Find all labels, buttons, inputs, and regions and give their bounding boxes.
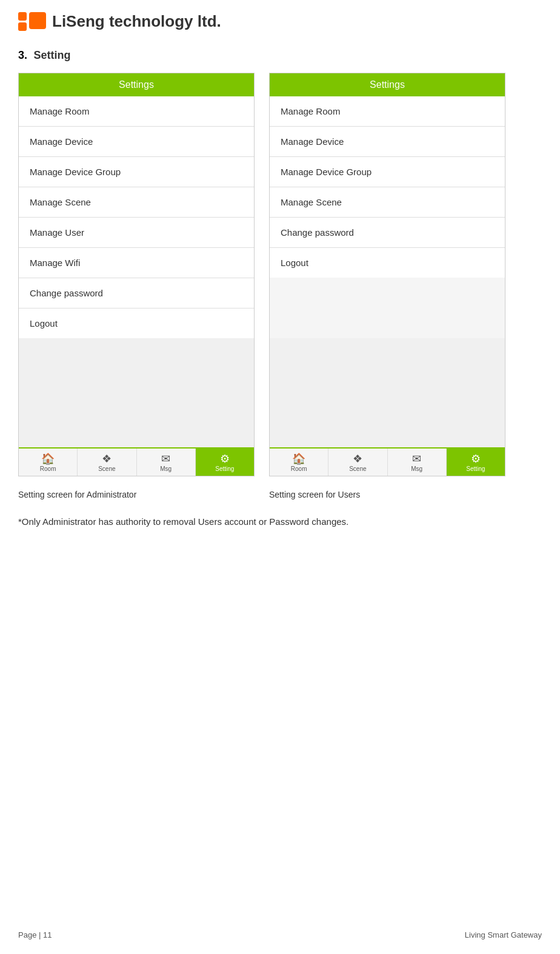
admin-filler bbox=[19, 338, 254, 447]
admin-screen-header: Settings bbox=[19, 73, 254, 96]
nav-label-setting: Setting bbox=[215, 465, 234, 472]
list-item[interactable]: Manage Room bbox=[19, 96, 254, 127]
user-filler bbox=[270, 338, 505, 447]
list-item[interactable]: Logout bbox=[19, 309, 254, 338]
msg-icon: ✉ bbox=[412, 453, 421, 464]
user-bottom-nav: 🏠 Room ❖ Scene ✉ Msg ⚙ Setting bbox=[270, 447, 505, 476]
list-item[interactable]: Manage Wifi bbox=[19, 248, 254, 278]
admin-screen: Settings Manage Room Manage Device Manag… bbox=[18, 73, 255, 476]
footer-title: Living Smart Gateway bbox=[465, 930, 542, 939]
user-menu-list: Manage Room Manage Device Manage Device … bbox=[270, 96, 505, 338]
logo-dot-2 bbox=[18, 22, 27, 31]
nav-label-msg: Msg bbox=[411, 465, 422, 472]
nav-item-scene-user[interactable]: ❖ Scene bbox=[328, 449, 387, 476]
screenshots-row: Settings Manage Room Manage Device Manag… bbox=[18, 73, 542, 476]
nav-item-setting-user[interactable]: ⚙ Setting bbox=[447, 449, 505, 476]
list-item[interactable]: Manage Scene bbox=[270, 187, 505, 218]
admin-caption: Setting screen for Administrator bbox=[18, 486, 255, 499]
list-item[interactable]: Manage Room bbox=[270, 96, 505, 127]
home-icon: 🏠 bbox=[292, 453, 305, 464]
list-item[interactable]: Manage Scene bbox=[19, 187, 254, 218]
nav-label-scene: Scene bbox=[349, 465, 366, 472]
user-caption: Setting screen for Users bbox=[269, 486, 505, 499]
list-item[interactable]: Manage Device bbox=[270, 127, 505, 157]
nav-item-msg[interactable]: ✉ Msg bbox=[137, 449, 196, 476]
setting-icon: ⚙ bbox=[471, 453, 481, 464]
logo-icon bbox=[18, 12, 46, 31]
note: *Only Administrator has authority to rem… bbox=[18, 516, 542, 527]
list-item[interactable]: Manage Device Group bbox=[19, 157, 254, 187]
footer-page: Page | 11 bbox=[18, 930, 52, 939]
scene-icon: ❖ bbox=[353, 453, 362, 464]
list-item[interactable]: Change password bbox=[19, 278, 254, 309]
captions-row: Setting screen for Administrator Setting… bbox=[18, 486, 542, 499]
admin-menu-list: Manage Room Manage Device Manage Device … bbox=[19, 96, 254, 338]
header: LiSeng technology ltd. bbox=[18, 12, 542, 31]
logo-text: LiSeng technology ltd. bbox=[52, 12, 221, 31]
nav-label-room: Room bbox=[40, 465, 56, 472]
msg-icon: ✉ bbox=[161, 453, 170, 464]
section-heading: 3. Setting bbox=[18, 49, 542, 62]
list-item[interactable]: Manage User bbox=[19, 218, 254, 248]
list-item[interactable]: Manage Device bbox=[19, 127, 254, 157]
logo-dot-large bbox=[29, 12, 46, 29]
list-item[interactable]: Change password bbox=[270, 218, 505, 248]
home-icon: 🏠 bbox=[41, 453, 55, 464]
nav-item-setting[interactable]: ⚙ Setting bbox=[196, 449, 254, 476]
nav-label-room: Room bbox=[291, 465, 307, 472]
list-item[interactable]: Logout bbox=[270, 248, 505, 278]
scene-icon: ❖ bbox=[102, 453, 112, 464]
nav-label-scene: Scene bbox=[98, 465, 115, 472]
nav-label-setting: Setting bbox=[466, 465, 485, 472]
user-screen-header: Settings bbox=[270, 73, 505, 96]
nav-label-msg: Msg bbox=[160, 465, 172, 472]
nav-item-scene[interactable]: ❖ Scene bbox=[78, 449, 136, 476]
nav-item-room[interactable]: 🏠 Room bbox=[19, 449, 78, 476]
footer: Page | 11 Living Smart Gateway bbox=[18, 930, 542, 939]
logo-dot-1 bbox=[18, 12, 27, 21]
nav-item-room-user[interactable]: 🏠 Room bbox=[270, 449, 328, 476]
setting-icon: ⚙ bbox=[220, 453, 230, 464]
nav-item-msg-user[interactable]: ✉ Msg bbox=[388, 449, 447, 476]
admin-bottom-nav: 🏠 Room ❖ Scene ✉ Msg ⚙ Setting bbox=[19, 447, 254, 476]
list-item[interactable]: Manage Device Group bbox=[270, 157, 505, 187]
user-screen: Settings Manage Room Manage Device Manag… bbox=[269, 73, 505, 476]
